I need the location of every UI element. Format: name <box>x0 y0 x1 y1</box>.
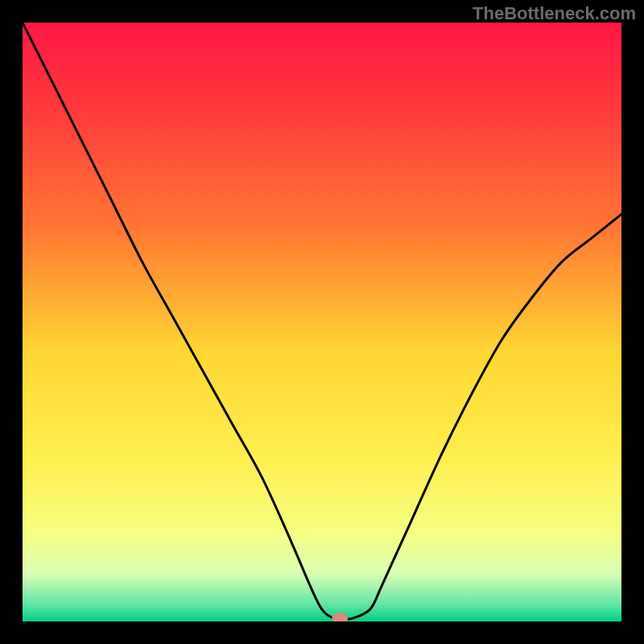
plot-area <box>23 23 621 621</box>
watermark-text: TheBottleneck.com <box>473 3 636 24</box>
chart-svg <box>23 23 621 621</box>
chart-container: TheBottleneck.com <box>0 0 644 644</box>
gradient-background <box>23 23 621 621</box>
